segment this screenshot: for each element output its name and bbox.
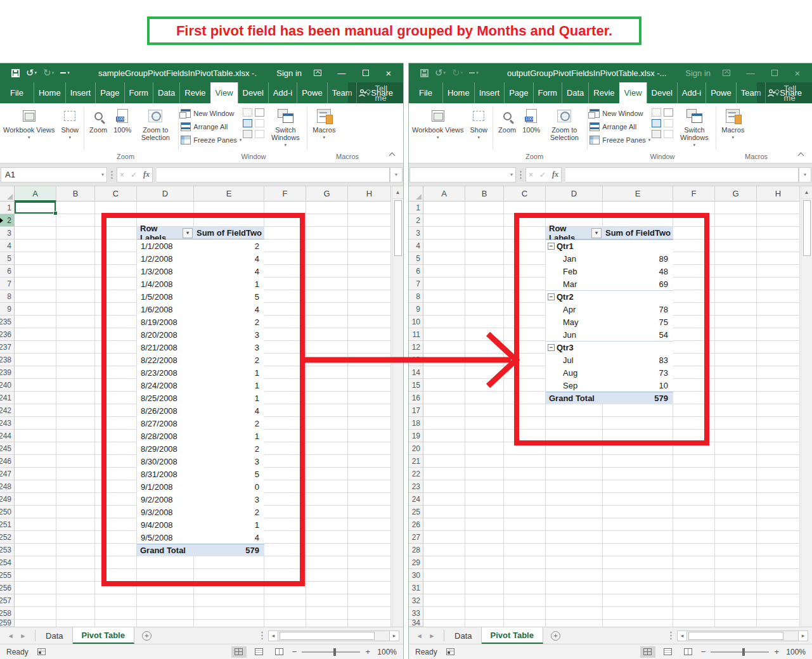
freeze-panes-button[interactable]: Freeze Panes▾: [181, 134, 242, 146]
cell[interactable]: [15, 379, 56, 392]
ribbon-tab-view[interactable]: View: [210, 82, 238, 103]
cell[interactable]: [56, 316, 95, 328]
row-header[interactable]: 1: [0, 202, 15, 214]
cell[interactable]: [465, 341, 504, 354]
cell[interactable]: 9/3/2008: [137, 506, 194, 518]
sheet-tab-data[interactable]: Data: [446, 627, 481, 644]
cell[interactable]: [546, 544, 603, 556]
cell[interactable]: [673, 493, 715, 506]
cell[interactable]: [264, 278, 306, 290]
cell[interactable]: [673, 214, 715, 227]
cell[interactable]: [137, 569, 194, 582]
cell[interactable]: [264, 620, 306, 627]
zoom-to-selection-button[interactable]: Zoom to Selection: [134, 106, 176, 151]
switch-windows-button[interactable]: Switch Windows ▾: [674, 106, 714, 151]
cell[interactable]: [194, 582, 264, 594]
cell[interactable]: [95, 214, 137, 227]
cell[interactable]: [348, 252, 391, 265]
customize-qat-button[interactable]: ▾: [60, 70, 70, 75]
cell[interactable]: [465, 442, 504, 455]
cell[interactable]: 4: [194, 265, 264, 278]
cell[interactable]: [348, 316, 391, 328]
cell[interactable]: [95, 379, 137, 392]
collapse-ribbon-icon[interactable]: [798, 153, 804, 159]
collapse-button[interactable]: −: [548, 344, 555, 351]
row-header[interactable]: 247: [0, 468, 15, 480]
row-header[interactable]: 31: [409, 582, 423, 594]
row-header[interactable]: 9: [0, 303, 15, 316]
cell[interactable]: 2: [194, 506, 264, 518]
maximize-button[interactable]: [765, 63, 784, 82]
cell[interactable]: 1: [194, 278, 264, 290]
cell[interactable]: [504, 392, 546, 404]
redo-button[interactable]: ↻▾: [43, 68, 54, 77]
select-all-corner[interactable]: [0, 186, 15, 202]
cell[interactable]: [15, 404, 56, 417]
cell[interactable]: [504, 518, 546, 531]
cell[interactable]: [715, 366, 757, 379]
ribbon-tab-home[interactable]: Home: [442, 82, 474, 103]
zoom-in-button[interactable]: +: [774, 647, 779, 656]
cell[interactable]: [465, 240, 504, 252]
cell[interactable]: [673, 594, 715, 607]
cell[interactable]: 1/3/2008: [137, 265, 194, 278]
cell[interactable]: [306, 392, 348, 404]
cell[interactable]: [546, 455, 603, 468]
cell[interactable]: [56, 366, 95, 379]
cell[interactable]: [95, 417, 137, 430]
cell[interactable]: −Qtr1: [546, 240, 603, 252]
cell[interactable]: [603, 290, 673, 303]
cell[interactable]: 8/28/2008: [137, 430, 194, 442]
cell[interactable]: 54: [603, 328, 673, 341]
cell[interactable]: [603, 506, 673, 518]
cell[interactable]: [423, 607, 465, 620]
cell[interactable]: [757, 430, 800, 442]
cell[interactable]: [465, 620, 504, 627]
cell[interactable]: [715, 252, 757, 265]
cell[interactable]: [306, 594, 348, 607]
cell[interactable]: Jan: [546, 252, 603, 265]
row-header[interactable]: 3: [409, 227, 423, 240]
cell[interactable]: [673, 506, 715, 518]
cell[interactable]: [423, 493, 465, 506]
cell[interactable]: [504, 366, 546, 379]
cell[interactable]: [15, 354, 56, 366]
cell[interactable]: 73: [603, 366, 673, 379]
cell[interactable]: 75: [603, 316, 673, 328]
cell[interactable]: [504, 417, 546, 430]
split-icon[interactable]: [652, 108, 661, 117]
cell[interactable]: [465, 531, 504, 544]
filter-button[interactable]: ▾: [183, 228, 193, 238]
cell[interactable]: [465, 354, 504, 366]
cell[interactable]: [348, 265, 391, 278]
cell[interactable]: [15, 227, 56, 240]
cell[interactable]: [603, 202, 673, 214]
row-header[interactable]: 2: [0, 214, 15, 227]
cell[interactable]: 8/19/2008: [137, 316, 194, 328]
cell[interactable]: [15, 480, 56, 493]
cell[interactable]: [423, 252, 465, 265]
cell[interactable]: [546, 493, 603, 506]
cell[interactable]: [15, 265, 56, 278]
cell[interactable]: [95, 366, 137, 379]
cell[interactable]: [465, 392, 504, 404]
cell[interactable]: 3: [194, 493, 264, 506]
cell[interactable]: [715, 569, 757, 582]
cell[interactable]: [504, 240, 546, 252]
scroll-left-icon[interactable]: ◂: [677, 630, 687, 641]
cell[interactable]: [757, 493, 800, 506]
cell[interactable]: [757, 544, 800, 556]
row-header[interactable]: 5: [409, 252, 423, 265]
macros-button[interactable]: Macros ▾: [718, 106, 747, 151]
cell[interactable]: [264, 556, 306, 569]
cell[interactable]: Sep: [546, 379, 603, 392]
row-header[interactable]: 239: [0, 366, 15, 379]
cell[interactable]: [194, 569, 264, 582]
cell[interactable]: [603, 341, 673, 354]
cancel-icon[interactable]: ×: [120, 170, 124, 179]
cell[interactable]: [757, 214, 800, 227]
cell[interactable]: [465, 506, 504, 518]
save-icon[interactable]: [11, 69, 20, 77]
row-header[interactable]: 11: [409, 328, 423, 341]
show-button[interactable]: Show ▾: [58, 106, 82, 151]
